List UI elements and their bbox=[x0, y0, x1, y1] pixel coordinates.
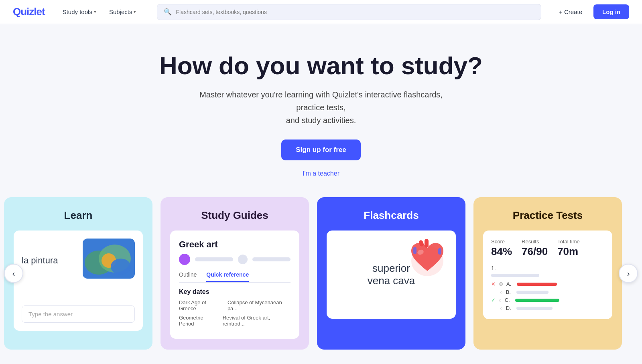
learn-card-title: Learn bbox=[14, 209, 143, 222]
flashcards-title: Flashcards bbox=[327, 209, 456, 222]
login-button[interactable]: Log in bbox=[593, 4, 629, 19]
x-mark-icon: ✕ bbox=[491, 281, 496, 287]
avatar bbox=[179, 254, 190, 265]
nav-subjects[interactable]: Subjects ▾ bbox=[104, 5, 141, 18]
search-icon: 🔍 bbox=[164, 8, 172, 16]
study-guides-title: Study Guides bbox=[170, 209, 299, 222]
learn-word: la pintura bbox=[22, 255, 58, 266]
cards-container: ‹ Learn la pintura bbox=[0, 197, 642, 350]
question-bar bbox=[491, 274, 539, 277]
tab-quick-reference[interactable]: Quick reference bbox=[206, 271, 249, 282]
hero-subtext: Master whatever you're learning with Qui… bbox=[193, 88, 449, 127]
cards-section: Learn la pintura Type the answer bbox=[0, 197, 642, 350]
date-val: Revival of Greek art, reintrod... bbox=[223, 315, 291, 327]
radio-icon: ○ bbox=[500, 290, 503, 295]
flashcard[interactable]: superior vena cava bbox=[327, 231, 456, 319]
flashcards-card: Flashcards superior vena cava bbox=[317, 197, 465, 350]
option-d: ○ D. bbox=[491, 305, 604, 311]
section-title: Key dates bbox=[179, 288, 291, 295]
study-meta bbox=[179, 254, 291, 265]
study-guides-inner: Greek art Outline Quick reference Key da… bbox=[170, 231, 299, 339]
logo[interactable]: Quizlet bbox=[13, 6, 45, 18]
date-label: Geometric Period bbox=[179, 315, 218, 327]
option-a: ✕ ⦿ A. bbox=[491, 281, 604, 287]
radio-icon: ○ bbox=[499, 298, 502, 303]
option-bar-a bbox=[517, 283, 557, 286]
chevron-down-icon: ▾ bbox=[94, 9, 96, 14]
nav-study-tools[interactable]: Study tools ▾ bbox=[58, 5, 101, 18]
chevron-down-icon: ▾ bbox=[134, 9, 136, 14]
score-item: Score 84% bbox=[491, 239, 512, 258]
navbar: Quizlet Study tools ▾ Subjects ▾ 🔍 + Cre… bbox=[0, 0, 642, 24]
practice-tests-card: Practice Tests Score 84% Results 76/90 T… bbox=[473, 197, 622, 350]
hero-heading: How do you want to study? bbox=[13, 52, 629, 79]
practice-question: 1. bbox=[491, 265, 604, 277]
check-mark-icon: ✓ bbox=[491, 297, 496, 303]
learn-answer-box[interactable]: Type the answer bbox=[22, 305, 135, 323]
meta-bar bbox=[195, 257, 233, 261]
practice-scores: Score 84% Results 76/90 Total time 70m bbox=[491, 239, 604, 258]
meta-bar-2 bbox=[252, 257, 291, 261]
meta-icon bbox=[238, 255, 248, 264]
study-rows: Dark Age of Greece Collapse of Mycenaean… bbox=[179, 299, 291, 327]
learn-card: Learn la pintura Type the answer bbox=[4, 197, 152, 350]
option-bar-c bbox=[515, 299, 559, 302]
signup-button[interactable]: Sign up for free bbox=[281, 140, 361, 160]
time-item: Total time 70m bbox=[557, 239, 580, 258]
carousel-right-arrow[interactable]: › bbox=[619, 264, 638, 283]
teacher-link[interactable]: I'm a teacher bbox=[13, 170, 629, 177]
search-bar[interactable]: 🔍 bbox=[157, 4, 541, 20]
svg-rect-6 bbox=[425, 239, 429, 248]
search-input[interactable] bbox=[176, 9, 534, 15]
study-guides-card: Study Guides Greek art Outline Quick ref… bbox=[160, 197, 309, 350]
study-row: Geometric Period Revival of Greek art, r… bbox=[179, 315, 291, 327]
option-bar-b bbox=[516, 291, 549, 294]
radio-icon: ⦿ bbox=[499, 282, 503, 287]
study-row: Dark Age of Greece Collapse of Mycenaean… bbox=[179, 299, 291, 311]
study-tabs: Outline Quick reference bbox=[179, 271, 291, 283]
svg-point-4 bbox=[111, 259, 131, 275]
date-label: Dark Age of Greece bbox=[179, 299, 223, 311]
hero-section: How do you want to study? Master whateve… bbox=[0, 24, 642, 197]
svg-rect-8 bbox=[413, 247, 416, 254]
tab-outline[interactable]: Outline bbox=[179, 271, 197, 282]
doc-title: Greek art bbox=[179, 239, 291, 250]
svg-rect-9 bbox=[438, 248, 441, 255]
learn-card-inner: la pintura Type the answer bbox=[14, 231, 143, 331]
practice-tests-title: Practice Tests bbox=[483, 209, 612, 222]
nav-right: + Create Log in bbox=[554, 4, 629, 19]
date-val: Collapse of Mycenaean pa... bbox=[228, 299, 291, 311]
results-item: Results 76/90 bbox=[522, 239, 548, 258]
practice-options: ✕ ⦿ A. ○ B. ✓ ○ C. bbox=[491, 281, 604, 311]
carousel-left-arrow[interactable]: ‹ bbox=[4, 264, 23, 283]
practice-inner: Score 84% Results 76/90 Total time 70m 1… bbox=[483, 231, 612, 319]
radio-icon: ○ bbox=[500, 306, 503, 311]
option-b: ○ B. bbox=[491, 289, 604, 295]
create-button[interactable]: + Create bbox=[554, 5, 587, 18]
option-c: ✓ ○ C. bbox=[491, 297, 604, 303]
option-bar-d bbox=[516, 307, 553, 310]
flash-image bbox=[405, 237, 449, 283]
